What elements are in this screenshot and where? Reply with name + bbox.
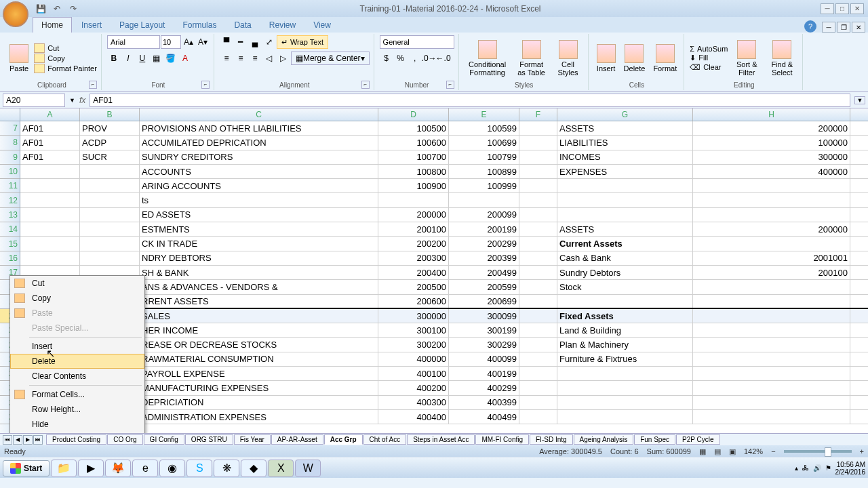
sheet-tab[interactable]: Fis Year bbox=[234, 434, 271, 445]
sheet-tab[interactable]: Acc Grp bbox=[324, 434, 363, 445]
align-middle-icon[interactable]: ━ bbox=[234, 35, 248, 49]
clipboard-launcher[interactable]: ⌐ bbox=[89, 81, 97, 89]
row-header[interactable]: 11 bbox=[0, 179, 20, 193]
undo-icon[interactable]: ↶ bbox=[50, 3, 64, 15]
cell[interactable]: MANUFACTURING EXPENSES bbox=[140, 381, 378, 394]
cell[interactable] bbox=[519, 165, 557, 178]
cell[interactable] bbox=[378, 193, 449, 207]
bold-button[interactable]: B bbox=[107, 52, 121, 65]
sheet-tab[interactable]: Ageing Analysis bbox=[574, 434, 634, 445]
find-select-button[interactable]: Find & Select bbox=[766, 39, 798, 78]
cell[interactable]: 100799 bbox=[449, 150, 519, 164]
cell[interactable]: 400200 bbox=[378, 381, 449, 394]
row-header[interactable]: 9 bbox=[0, 150, 20, 165]
paste-button[interactable]: Paste bbox=[7, 43, 31, 74]
cell[interactable] bbox=[80, 179, 140, 192]
cell[interactable] bbox=[519, 323, 557, 337]
sheet-nav-last[interactable]: ⏭ bbox=[33, 435, 43, 445]
cell[interactable]: Current Assets bbox=[557, 237, 693, 250]
cell[interactable] bbox=[80, 251, 140, 265]
cell[interactable]: RRENT ASSETS bbox=[140, 295, 378, 308]
cell[interactable]: RAWMATERIAL CONSUMPTION bbox=[140, 352, 378, 366]
cell[interactable] bbox=[519, 121, 557, 135]
tab-insert[interactable]: Insert bbox=[73, 18, 110, 33]
cell[interactable]: 200000 bbox=[378, 208, 449, 222]
formula-bar[interactable]: AF01 bbox=[90, 94, 850, 107]
grow-font-icon[interactable]: A▴ bbox=[182, 35, 195, 49]
cell[interactable]: 100600 bbox=[378, 136, 449, 149]
number-format-select[interactable] bbox=[380, 35, 454, 49]
help-icon[interactable]: ? bbox=[804, 20, 816, 33]
clock[interactable]: 10:56 AM 2/24/2016 bbox=[835, 461, 866, 476]
row-header[interactable]: 12 bbox=[0, 193, 20, 207]
fill-button[interactable]: ⬇Fill bbox=[690, 54, 728, 62]
fill-color-button[interactable]: 🪣 bbox=[164, 52, 178, 65]
cell[interactable] bbox=[693, 323, 850, 337]
sheet-tab[interactable]: CO Org bbox=[107, 434, 142, 445]
cell[interactable]: 100700 bbox=[378, 150, 449, 164]
cell[interactable]: 200099 bbox=[449, 208, 519, 222]
cell[interactable] bbox=[519, 367, 557, 380]
font-name-select[interactable] bbox=[107, 35, 160, 49]
cell[interactable]: 2001001 bbox=[693, 251, 850, 265]
cell[interactable]: PAYROLL EXPENSE bbox=[140, 367, 378, 380]
cell[interactable]: ED ASSETS bbox=[140, 208, 378, 222]
cell[interactable] bbox=[20, 222, 80, 236]
row-header[interactable]: 16 bbox=[0, 251, 20, 266]
wrap-text-button[interactable]: ↵Wrap Text bbox=[277, 35, 328, 49]
cell[interactable] bbox=[693, 193, 850, 207]
clear-button[interactable]: ⌫Clear bbox=[690, 63, 728, 72]
cell[interactable]: 300199 bbox=[449, 323, 519, 337]
sheet-tab[interactable]: AP-AR-Asset bbox=[271, 434, 323, 445]
align-left-icon[interactable]: ≡ bbox=[220, 52, 233, 65]
cell[interactable]: ACCUMILATED DEPRICATION bbox=[140, 136, 378, 149]
tab-review[interactable]: Review bbox=[261, 18, 304, 33]
zoom-slider[interactable] bbox=[784, 450, 852, 453]
context-menu-item[interactable]: Row Height... bbox=[10, 402, 144, 417]
cell[interactable] bbox=[557, 179, 693, 192]
cell[interactable] bbox=[693, 208, 850, 222]
alignment-launcher[interactable]: ⌐ bbox=[361, 81, 370, 89]
cell[interactable]: 200199 bbox=[449, 222, 519, 236]
cell[interactable]: ACDP bbox=[80, 136, 140, 149]
sheet-tab[interactable]: Cht of Acc bbox=[363, 434, 407, 445]
minimize-button[interactable]: ─ bbox=[821, 3, 834, 14]
cell-styles-button[interactable]: Cell Styles bbox=[553, 39, 584, 78]
cell[interactable]: 400000 bbox=[693, 165, 850, 178]
cell[interactable] bbox=[519, 295, 557, 308]
col-header-e[interactable]: E bbox=[449, 108, 519, 121]
cell[interactable]: LIABILITIES bbox=[557, 136, 693, 149]
cell[interactable]: 200699 bbox=[449, 295, 519, 308]
align-center-icon[interactable]: ≡ bbox=[234, 52, 248, 65]
cell[interactable]: 200500 bbox=[378, 280, 449, 293]
decrease-indent-icon[interactable]: ◁ bbox=[262, 52, 276, 65]
insert-cells-button[interactable]: Insert bbox=[594, 43, 618, 74]
tray-network-icon[interactable]: 🖧 bbox=[802, 464, 809, 472]
cell[interactable] bbox=[519, 150, 557, 164]
excel-icon[interactable]: X bbox=[268, 460, 294, 477]
sheet-tab[interactable]: GI Config bbox=[144, 434, 184, 445]
orientation-icon[interactable]: ⤢ bbox=[262, 35, 276, 49]
sap-icon[interactable]: ◆ bbox=[241, 460, 267, 477]
maximize-button[interactable]: □ bbox=[835, 3, 849, 14]
cell[interactable]: 300000 bbox=[378, 309, 449, 323]
conditional-formatting-button[interactable]: Conditional Formatting bbox=[465, 39, 511, 78]
cell[interactable] bbox=[557, 381, 693, 394]
cell[interactable] bbox=[519, 266, 557, 279]
cell[interactable]: ANS & ADVANCES - VENDORS & bbox=[140, 280, 378, 293]
sheet-tab[interactable]: Fun Spec bbox=[634, 434, 675, 445]
cell[interactable]: 400399 bbox=[449, 396, 519, 409]
decrease-decimal-icon[interactable]: ←.0 bbox=[437, 52, 450, 65]
cell[interactable] bbox=[693, 179, 850, 192]
cell[interactable]: 200300 bbox=[378, 251, 449, 265]
redo-icon[interactable]: ↷ bbox=[66, 3, 80, 15]
cell[interactable] bbox=[80, 237, 140, 250]
select-all-button[interactable] bbox=[0, 108, 20, 121]
cell[interactable]: 400499 bbox=[449, 410, 519, 424]
cell[interactable] bbox=[693, 352, 850, 366]
cell[interactable]: 200100 bbox=[693, 266, 850, 279]
sheet-tab[interactable]: Steps in Asset Acc bbox=[407, 434, 475, 445]
cell[interactable] bbox=[693, 338, 850, 351]
align-bottom-icon[interactable]: ▄ bbox=[248, 35, 262, 49]
tray-show-hidden-icon[interactable]: ▴ bbox=[795, 464, 798, 472]
